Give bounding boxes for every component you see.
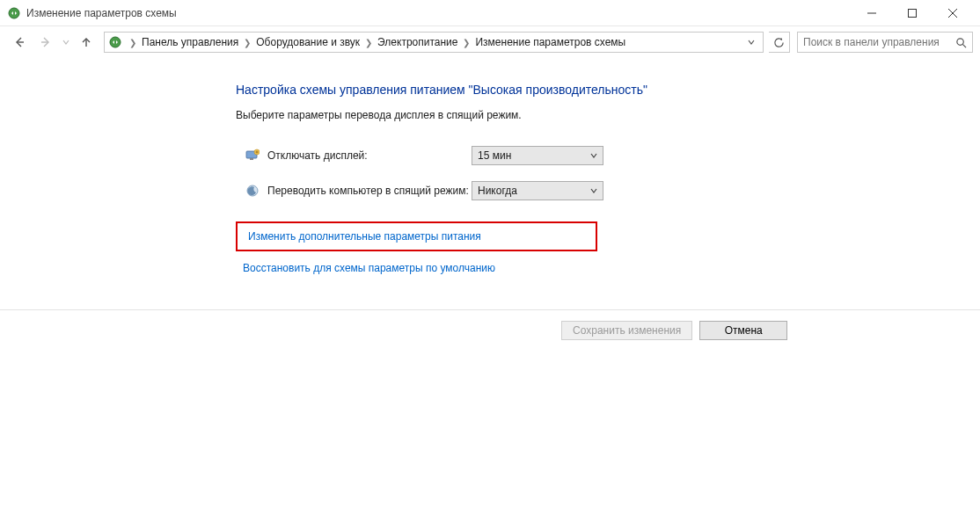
save-button[interactable]: Сохранить изменения xyxy=(561,321,692,340)
search-box[interactable] xyxy=(797,32,973,53)
advanced-power-settings-link[interactable]: Изменить дополнительные параметры питани… xyxy=(236,221,597,251)
titlebar: Изменение параметров схемы xyxy=(0,0,980,26)
address-dropdown[interactable] xyxy=(742,34,760,50)
cancel-button[interactable]: Отмена xyxy=(699,321,787,340)
forward-button[interactable] xyxy=(33,32,58,53)
select-value: 15 мин xyxy=(478,149,511,162)
maximize-button[interactable] xyxy=(892,0,932,26)
refresh-button[interactable] xyxy=(769,32,790,53)
window-title: Изменение параметров схемы xyxy=(26,7,177,19)
page-heading: Настройка схемы управления питанием "Выс… xyxy=(236,83,962,97)
display-icon xyxy=(245,148,260,163)
setting-row-display: Отключать дисплей: 15 мин xyxy=(245,146,962,165)
breadcrumb-item[interactable]: Оборудование и звук xyxy=(255,34,361,50)
setting-label: Отключать дисплей: xyxy=(267,149,472,162)
breadcrumb-item[interactable]: Изменение параметров схемы xyxy=(474,34,626,50)
sleep-timeout-select[interactable]: Никогда xyxy=(472,181,603,200)
setting-label: Переводить компьютер в спящий режим: xyxy=(267,185,472,197)
breadcrumb-item[interactable]: Электропитание xyxy=(377,34,458,50)
power-icon xyxy=(107,34,123,50)
svg-rect-12 xyxy=(250,158,253,160)
search-input[interactable] xyxy=(803,36,954,48)
restore-defaults-link[interactable]: Восстановить для схемы параметры по умол… xyxy=(236,257,502,279)
svg-point-9 xyxy=(956,38,962,44)
up-button[interactable] xyxy=(74,32,99,53)
sleep-icon xyxy=(245,183,260,199)
chevron-down-icon xyxy=(590,149,597,162)
svg-point-0 xyxy=(9,8,19,18)
breadcrumb-item[interactable]: Панель управления xyxy=(141,34,239,50)
svg-line-10 xyxy=(962,44,966,47)
search-icon[interactable] xyxy=(954,36,967,48)
navigation-row: ❯ Панель управления ❯ Оборудование и зву… xyxy=(0,26,980,58)
chevron-right-icon[interactable]: ❯ xyxy=(361,38,377,47)
chevron-right-icon[interactable]: ❯ xyxy=(239,38,255,47)
content-area: Настройка схемы управления питанием "Выс… xyxy=(0,58,980,297)
recent-dropdown[interactable] xyxy=(60,32,72,53)
minimize-button[interactable] xyxy=(852,0,892,26)
address-bar[interactable]: ❯ Панель управления ❯ Оборудование и зву… xyxy=(104,32,764,53)
app-icon xyxy=(7,6,21,20)
select-value: Никогда xyxy=(478,185,517,197)
svg-point-8 xyxy=(110,37,121,47)
display-timeout-select[interactable]: 15 мин xyxy=(472,146,603,165)
svg-rect-2 xyxy=(909,9,917,17)
page-subheading: Выберите параметры перевода дисплея в сп… xyxy=(236,109,962,121)
footer-buttons: Сохранить изменения Отмена xyxy=(0,310,980,340)
chevron-right-icon[interactable]: ❯ xyxy=(125,38,141,47)
back-button[interactable] xyxy=(7,32,32,53)
chevron-down-icon xyxy=(590,185,597,197)
setting-row-sleep: Переводить компьютер в спящий режим: Ник… xyxy=(245,181,962,200)
chevron-right-icon[interactable]: ❯ xyxy=(458,38,474,47)
close-button[interactable] xyxy=(932,0,973,26)
links-block: Изменить дополнительные параметры питани… xyxy=(236,221,962,279)
